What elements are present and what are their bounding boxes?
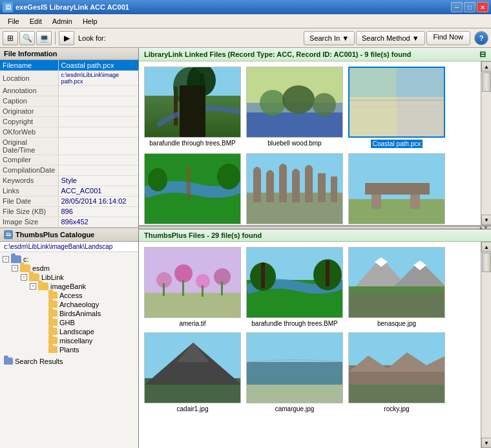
linked-scroll-thumb[interactable] <box>482 72 491 92</box>
linked-files-collapse-icon[interactable]: ⊟ <box>479 50 486 59</box>
maximize-button[interactable]: □ <box>464 2 475 12</box>
thumbsplus-scroll[interactable]: ameria.tif <box>139 242 481 448</box>
svg-rect-21 <box>187 167 191 199</box>
toolbar-btn-3[interactable]: 💻 <box>36 31 52 45</box>
svg-rect-28 <box>305 168 313 202</box>
linked-files-area: LibraryLink Linked Files (Record Type: A… <box>139 48 491 226</box>
close-button[interactable]: ✕ <box>477 2 488 12</box>
file-info-row-datetime: Original Date/Time <box>0 137 138 155</box>
thumb-item-ameria[interactable]: ameria.tif <box>144 247 241 327</box>
thumb-item-river[interactable]: river1.bmp <box>144 153 241 225</box>
tree-item-liblink[interactable]: - LibLink <box>1 273 137 282</box>
svg-rect-1 <box>187 80 192 125</box>
file-info-row-imagesize: Image Size 896x452 <box>0 217 138 227</box>
title-controls: ─ □ ✕ <box>451 2 488 12</box>
tree-label-c: c: <box>23 255 29 263</box>
thumb-item-rocky[interactable]: rocky.jpg <box>348 332 445 412</box>
folder-icon-esdm <box>20 264 30 272</box>
compdate-value <box>58 165 138 175</box>
filedate-value: 28/05/2014 16:14:02 <box>58 196 138 206</box>
thumb-img-ameria <box>144 247 241 318</box>
thumbsplus-scroll-up[interactable]: ▲ <box>481 242 491 252</box>
minimize-button[interactable]: ─ <box>451 2 463 12</box>
tree-item-landscape[interactable]: Landscape <box>1 327 137 336</box>
svg-rect-27 <box>292 172 300 202</box>
menu-file[interactable]: File <box>3 16 25 27</box>
links-value: ACC_AC001 <box>58 186 138 196</box>
thumbsplus-grid: ameria.tif <box>139 242 481 418</box>
thumbsplus-scroll-thumb[interactable] <box>482 253 491 272</box>
menu-admin[interactable]: Admin <box>47 16 78 27</box>
location-label: Location <box>0 70 58 85</box>
expand-liblink[interactable]: - <box>21 274 27 281</box>
filesize-label: File Size (KB) <box>0 206 58 217</box>
thumb-item-ruins[interactable]: ruins.bmp <box>246 153 343 225</box>
svg-point-10 <box>282 85 315 114</box>
thumb-label-camargue: camargue.jpg <box>275 405 315 412</box>
linked-scroll-up[interactable]: ▲ <box>481 61 491 72</box>
thumb-img-cadair <box>144 332 241 403</box>
catalogue-icon: 🗂 <box>4 230 13 239</box>
linked-files-scroll[interactable]: barafundle through trees.BMP <box>139 61 481 225</box>
expand-imagebank[interactable]: - <box>30 283 36 290</box>
tree-item-imagebank[interactable]: - imageBank <box>1 282 137 291</box>
tree-item-access[interactable]: Access <box>1 291 137 300</box>
svg-rect-58 <box>349 293 445 318</box>
thumb-item-camargue[interactable]: camargue.jpg <box>246 332 343 412</box>
thumb-item-cadair[interactable]: cadair1.jpg <box>144 332 241 412</box>
svg-rect-42 <box>163 283 165 296</box>
thumbsplus-scroll-track <box>481 252 491 438</box>
copyright-label: Copyright <box>0 116 58 127</box>
thumb-item-barafundle-trees[interactable]: barafundle through trees.BMP <box>144 67 241 148</box>
svg-point-20 <box>217 164 240 189</box>
thumbsplus-scroll-wrapper: ameria.tif <box>139 242 491 448</box>
help-button[interactable]: ? <box>474 31 488 45</box>
datetime-label: Original Date/Time <box>0 137 58 155</box>
svg-rect-50 <box>261 262 265 288</box>
linked-scrollbar[interactable]: ▲ ▼ <box>481 61 491 225</box>
svg-rect-24 <box>253 170 261 202</box>
toolbar-btn-2[interactable]: 🔍 <box>19 31 35 45</box>
thumb-item-coastal[interactable]: Coastal path.pcx <box>348 67 445 148</box>
originator-value <box>58 106 138 116</box>
menu-edit[interactable]: Edit <box>25 16 47 27</box>
toolbar-btn-1[interactable]: ⊞ <box>3 31 18 45</box>
linked-scroll-down[interactable]: ▼ <box>481 215 491 225</box>
expand-esdm[interactable]: - <box>12 265 18 272</box>
thumb-img-rocky <box>348 332 445 403</box>
thumb-item-dolmen[interactable]: dolmen.bmp <box>348 153 445 225</box>
thumb-item-bluebell[interactable]: bluebell wood.bmp <box>246 67 343 148</box>
file-info-row-filename[interactable]: Filename Coastal path.pcx <box>0 60 138 70</box>
search-results-item[interactable]: Search Results <box>1 357 137 366</box>
tree-label-ghb: GHB <box>59 319 75 326</box>
thumb-label-benasque: benasque.jpg <box>377 320 416 327</box>
search-method-dropdown[interactable]: Search Method ▼ <box>356 31 425 45</box>
thumb-item-benasque[interactable]: benasque.jpg <box>348 247 445 327</box>
thumbsplus-scrollbar[interactable]: ▲ ▼ <box>481 242 491 448</box>
svg-rect-51 <box>326 261 329 286</box>
tree-item-archaeology[interactable]: Archaeology <box>1 300 137 309</box>
svg-rect-25 <box>266 173 274 202</box>
toolbar-btn-4[interactable]: ▶ <box>59 31 74 45</box>
linked-files-header: LibraryLink Linked Files (Record Type: A… <box>139 48 491 61</box>
find-now-button[interactable]: Find Now <box>426 31 470 45</box>
datetime-value <box>58 137 138 155</box>
thumb-img-ruins <box>246 153 343 224</box>
expand-c[interactable]: - <box>3 256 9 262</box>
svg-rect-26 <box>279 167 287 202</box>
thumb-item-barafundle-tp[interactable]: barafundle through trees.BMP <box>246 247 343 327</box>
copyright-value <box>58 116 138 127</box>
tree-item-miscellany[interactable]: miscellany <box>1 336 137 345</box>
search-in-dropdown[interactable]: Search In ▼ <box>304 31 355 45</box>
tree-view: - c: - esdm - LibLink - imageBank <box>0 252 138 449</box>
search-method-arrow: ▼ <box>412 34 419 42</box>
tree-item-plants[interactable]: Plants <box>1 345 137 354</box>
menu-help[interactable]: Help <box>78 16 103 27</box>
folder-icon-liblink <box>29 273 39 281</box>
tree-item-ghb[interactable]: GHB <box>1 318 137 327</box>
thumbsplus-scroll-down[interactable]: ▼ <box>481 438 491 448</box>
tree-item-esdm[interactable]: - esdm <box>1 264 137 273</box>
tree-item-birdsanimals[interactable]: BirdsAnimals <box>1 309 137 318</box>
file-info-row-originator: Originator <box>0 106 138 116</box>
tree-label-miscellany: miscellany <box>59 337 92 345</box>
